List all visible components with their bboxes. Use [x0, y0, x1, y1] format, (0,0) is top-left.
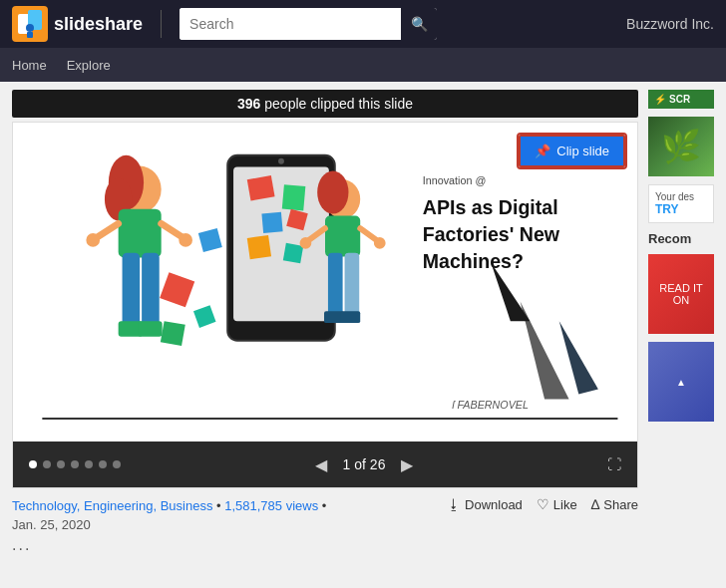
slideshare-logo-icon — [12, 6, 48, 42]
slide-of: of — [354, 456, 370, 472]
svg-rect-29 — [142, 253, 160, 331]
clip-slide-button[interactable]: 📌 Clip slide — [519, 135, 625, 167]
right-sidebar: ⚡ SCR 🌿 Your des TRY Recom READ IT ON ▲ — [648, 90, 714, 554]
search-input[interactable] — [180, 8, 401, 40]
svg-rect-23 — [119, 209, 162, 258]
scr-header: ⚡ SCR — [648, 90, 714, 109]
svg-text:ſ FABERNOVEL: ſ FABERNOVEL — [452, 399, 529, 411]
header-divider — [161, 10, 162, 38]
sep-dot: • — [216, 498, 224, 513]
svg-point-38 — [374, 237, 386, 249]
download-button[interactable]: ⭳ Download — [447, 496, 523, 512]
dot-2[interactable] — [43, 460, 51, 468]
tag-technology[interactable]: Technology — [12, 498, 77, 513]
nav-explore[interactable]: Explore — [67, 58, 111, 73]
slide-viewer: 📌 Clip slide Innovation @ APIs as Digita… — [12, 122, 638, 488]
svg-rect-40 — [345, 253, 360, 317]
view-count: 1,581,785 views — [224, 498, 318, 513]
logo-text: slideshare — [54, 14, 143, 35]
slide-counter: 1 of 26 — [343, 456, 386, 472]
svg-text:Factories' New: Factories' New — [423, 223, 560, 245]
scr-label: SCR — [669, 94, 690, 105]
like-button[interactable]: ♡ Like — [537, 496, 577, 512]
try-sub: Your des — [655, 191, 707, 202]
clip-icon: 📌 — [535, 144, 550, 158]
prev-slide-button[interactable]: ◀ — [315, 455, 327, 474]
book1-icon: READ IT ON — [648, 278, 714, 310]
svg-text:Innovation @: Innovation @ — [423, 174, 487, 186]
dot-6[interactable] — [99, 460, 107, 468]
slide-illustration: Innovation @ APIs as Digital Factories' … — [13, 123, 637, 441]
svg-rect-42 — [341, 311, 361, 323]
nav-home[interactable]: Home — [12, 58, 47, 73]
recom-label: Recom — [648, 231, 714, 246]
slide-nav-controls: ◀ 1 of 26 ▶ — [315, 455, 414, 474]
svg-rect-28 — [123, 253, 141, 331]
tag-business[interactable]: Business — [161, 498, 213, 513]
svg-point-33 — [317, 170, 348, 213]
download-label: Download — [465, 497, 523, 512]
main-nav: Home Explore — [0, 48, 726, 82]
plant-icon: 🌿 — [661, 128, 701, 165]
try-box[interactable]: Your des TRY — [648, 184, 714, 223]
book2-icon: ▲ — [672, 373, 690, 392]
svg-rect-18 — [247, 235, 271, 259]
share-label: Share — [603, 497, 638, 512]
current-slide: 1 — [343, 456, 351, 472]
like-label: Like — [553, 497, 577, 512]
slide-area: 396 people clipped this slide 📌 Clip sli… — [12, 90, 638, 554]
user-name: Buzzword Inc. — [626, 16, 714, 32]
clipped-count: 396 — [237, 96, 260, 112]
slide-info: Technology, Engineering, Business • 1,58… — [12, 496, 326, 532]
search-button[interactable]: 🔍 — [401, 8, 437, 40]
svg-point-13 — [278, 158, 284, 164]
search-container: 🔍 — [180, 8, 437, 40]
sidebar-plant-image[interactable]: 🌿 — [648, 117, 714, 176]
more-options-button[interactable]: ... — [12, 536, 31, 553]
slide-actions: ⭳ Download ♡ Like ∆ Share — [447, 496, 638, 512]
slide-meta: Technology, Engineering, Business • 1,58… — [12, 496, 638, 532]
header: slideshare 🔍 Buzzword Inc. — [0, 0, 726, 48]
nav-dots — [29, 460, 121, 468]
slide-content: 📌 Clip slide Innovation @ APIs as Digita… — [13, 123, 637, 441]
clipped-text: people clipped this slide — [260, 96, 413, 112]
like-icon: ♡ — [537, 496, 549, 512]
scr-icon: ⚡ — [654, 94, 666, 105]
svg-rect-34 — [325, 215, 360, 256]
logo-area: slideshare — [12, 6, 143, 42]
clipped-banner: 396 people clipped this slide — [12, 90, 638, 118]
svg-text:Machines?: Machines? — [423, 250, 524, 272]
slide-nav-bar: ◀ 1 of 26 ▶ ⛶ — [13, 441, 637, 487]
svg-rect-16 — [261, 212, 282, 233]
download-icon: ⭳ — [447, 496, 461, 512]
dot-3[interactable] — [57, 460, 65, 468]
dot-5[interactable] — [85, 460, 93, 468]
slide-date: Jan. 25, 2020 — [12, 517, 326, 532]
share-icon: ∆ — [591, 496, 600, 512]
svg-rect-15 — [282, 184, 306, 210]
fullscreen-button[interactable]: ⛶ — [607, 456, 621, 472]
svg-rect-4 — [27, 32, 33, 38]
dot-7[interactable] — [113, 460, 121, 468]
dot-4[interactable] — [71, 460, 79, 468]
svg-rect-19 — [283, 243, 303, 263]
recom-book-1[interactable]: READ IT ON — [648, 254, 714, 334]
svg-point-27 — [179, 233, 192, 247]
svg-rect-14 — [247, 175, 275, 200]
main-content: 396 people clipped this slide 📌 Clip sli… — [0, 82, 726, 554]
share-button[interactable]: ∆ Share — [591, 496, 638, 512]
svg-point-26 — [86, 233, 100, 247]
try-label: TRY — [655, 202, 707, 216]
recom-book-2[interactable]: ▲ — [648, 342, 714, 422]
tag-engineering[interactable]: Engineering — [84, 498, 153, 513]
svg-text:APIs as Digital: APIs as Digital — [423, 196, 558, 218]
next-slide-button[interactable]: ▶ — [401, 455, 413, 474]
svg-point-37 — [300, 237, 312, 249]
svg-point-3 — [26, 24, 34, 32]
svg-rect-12 — [233, 167, 329, 322]
slide-tags: Technology, Engineering, Business • 1,58… — [12, 496, 326, 517]
clip-slide-label: Clip slide — [556, 144, 609, 158]
dot-1[interactable] — [29, 460, 37, 468]
total-slides: 26 — [370, 456, 386, 472]
svg-rect-39 — [328, 253, 343, 317]
